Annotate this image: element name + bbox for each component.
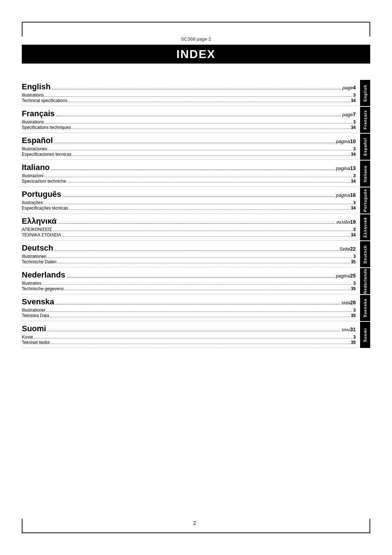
lang-tab-text: Português bbox=[363, 189, 367, 212]
lang-content: Nederlandspagina 25Illustraties3Technisc… bbox=[22, 268, 359, 294]
lang-items: Illustrations3Technical specifications34 bbox=[22, 93, 356, 103]
lang-dots bbox=[56, 116, 341, 116]
item-label: Especificações técnicas bbox=[22, 206, 68, 211]
item-label: Illustraciones bbox=[22, 146, 47, 151]
item-label: Illustraties bbox=[22, 281, 41, 286]
lang-tab: Español bbox=[360, 134, 370, 160]
lang-name: Português bbox=[22, 190, 61, 199]
index-title: INDEX bbox=[176, 48, 216, 61]
item-page-num: 3 bbox=[353, 254, 356, 259]
border-right-bottom bbox=[369, 519, 370, 533]
lang-section-nederlands: Nederlandspagina 25Illustraties3Technisc… bbox=[22, 268, 370, 294]
item-page-num: 34 bbox=[351, 152, 356, 157]
item-page-num: 3 bbox=[353, 335, 356, 340]
list-item: Technische gegevens35 bbox=[22, 286, 356, 291]
item-page-num: 35 bbox=[351, 286, 356, 291]
item-page-num: 3 bbox=[353, 173, 356, 178]
lang-items: Illustrazioni3Specicazioni techniche34 bbox=[22, 173, 356, 184]
lang-tab: Ελληνικά bbox=[360, 214, 370, 240]
item-label: Specicazioni techniche bbox=[22, 179, 66, 184]
lang-page-num: 16 bbox=[350, 192, 356, 198]
lang-tab-text: Ελληνικά bbox=[363, 217, 367, 238]
lang-dots bbox=[63, 197, 335, 197]
lang-header: Portuguêspágina 16 bbox=[22, 190, 356, 199]
lang-tab-text: Suomi bbox=[363, 328, 367, 342]
item-label: Illustrations bbox=[22, 93, 44, 98]
list-item: Illustrazioni3 bbox=[22, 173, 356, 178]
item-page-num: 3 bbox=[353, 227, 356, 232]
lang-content: Englishpage 4Illustrations3Technical spe… bbox=[22, 80, 359, 106]
lang-name: English bbox=[22, 82, 50, 92]
lang-section-english: Englishpage 4Illustrations3Technical spe… bbox=[22, 80, 370, 106]
lang-items: Illustraciones3Especificaciones tecnicas… bbox=[22, 146, 356, 157]
list-item: Ilustrações3 bbox=[22, 200, 356, 205]
list-item: Technical specifications34 bbox=[22, 98, 356, 103]
list-item: Illustrationen3 bbox=[22, 254, 356, 259]
lang-dots bbox=[48, 331, 340, 331]
item-label: ΑΠΕΙΚΟΝΙΣΕΙΣ bbox=[22, 227, 52, 232]
list-item: Tekniset tiedot35 bbox=[22, 340, 356, 345]
lang-dots bbox=[55, 250, 338, 251]
item-label: Ilustrações bbox=[22, 200, 43, 205]
sc-ref: SC368 page 2 bbox=[22, 36, 370, 42]
item-dots bbox=[50, 317, 350, 317]
list-item: Especificaciones tecnicas34 bbox=[22, 152, 356, 157]
item-dots bbox=[73, 155, 350, 156]
lang-page-num: 4 bbox=[353, 85, 356, 90]
lang-section-: Ελληνικάσελίδα 19ΑΠΕΙΚΟΝΙΣΕΙΣ3TEXNIKA ΣΤ… bbox=[22, 214, 370, 240]
lang-dots bbox=[54, 143, 335, 143]
lang-dots bbox=[52, 89, 341, 89]
lang-name: Español bbox=[22, 136, 53, 145]
lang-dots bbox=[67, 277, 335, 278]
content-area: Englishpage 4Illustrations3Technical spe… bbox=[22, 80, 370, 349]
lang-page-num: 25 bbox=[350, 273, 356, 279]
lang-tab: Deutsch bbox=[360, 241, 370, 267]
item-page-num: 3 bbox=[353, 146, 356, 151]
list-item: Spécifications techniques34 bbox=[22, 125, 356, 130]
lang-tab-text: Français bbox=[363, 110, 367, 129]
lang-tab-text: Español bbox=[363, 138, 367, 156]
lang-tab-text: Italiano bbox=[363, 165, 367, 182]
lang-tab: Suomi bbox=[360, 322, 370, 348]
item-page-num: 35 bbox=[351, 259, 356, 264]
item-label: Especificaciones tecnicas bbox=[22, 152, 72, 157]
item-label: Kuvat bbox=[22, 335, 33, 340]
page-container: SC368 page 2 INDEX Englishpage 4Illustra… bbox=[0, 0, 392, 555]
lang-content: Suomisivu 31Kuvat3Tekniset tiedot35 bbox=[22, 322, 359, 348]
lang-name: Svenska bbox=[22, 297, 54, 307]
border-left-top bbox=[22, 22, 23, 36]
lang-page-num: 10 bbox=[350, 138, 356, 144]
item-dots bbox=[51, 344, 350, 344]
lang-tab-text: English bbox=[363, 85, 367, 102]
lang-page-num: 31 bbox=[350, 327, 356, 332]
item-dots bbox=[65, 290, 350, 290]
lang-page-num: 13 bbox=[350, 165, 356, 171]
lang-tab: Svenska bbox=[360, 295, 370, 321]
item-dots bbox=[69, 209, 350, 210]
lang-page-num: 22 bbox=[350, 246, 356, 252]
lang-items: Illustraties3Technische gegevens35 bbox=[22, 281, 356, 291]
lang-header: Nederlandspagina 25 bbox=[22, 270, 356, 280]
lang-section-deutsch: DeutschSeite 22Illustrationen3Technische… bbox=[22, 241, 370, 267]
item-label: Tekniska Data bbox=[22, 313, 49, 318]
item-dots bbox=[45, 96, 352, 97]
lang-tab: English bbox=[360, 80, 370, 106]
item-label: Tekniset tiedot bbox=[22, 340, 50, 345]
lang-tab-text: Deutsch bbox=[363, 245, 367, 263]
item-page-num: 34 bbox=[351, 98, 356, 103]
page-number: 2 bbox=[193, 520, 196, 526]
lang-items: Kuvat3Tekniset tiedot35 bbox=[22, 335, 356, 345]
item-page-num: 34 bbox=[351, 179, 356, 184]
lang-header: Ελληνικάσελίδα 19 bbox=[22, 216, 356, 226]
item-dots bbox=[45, 123, 352, 123]
lang-page-label: pagina bbox=[336, 273, 350, 279]
item-page-num: 35 bbox=[351, 340, 356, 345]
lang-items: ΑΠΕΙΚΟΝΙΣΕΙΣ3TEXNIKA ΣΤΟΙΧΕΙΑ34 bbox=[22, 227, 356, 238]
lang-page-label: σελίδα bbox=[336, 219, 350, 225]
lang-header: Svenskasida 28 bbox=[22, 297, 356, 307]
lang-tab: Português bbox=[360, 187, 370, 214]
border-top bbox=[22, 22, 370, 23]
lang-items: Illustrationen3Technische Daten35 bbox=[22, 254, 356, 264]
lang-name: Deutsch bbox=[22, 243, 53, 253]
border-left-bottom bbox=[22, 519, 23, 533]
